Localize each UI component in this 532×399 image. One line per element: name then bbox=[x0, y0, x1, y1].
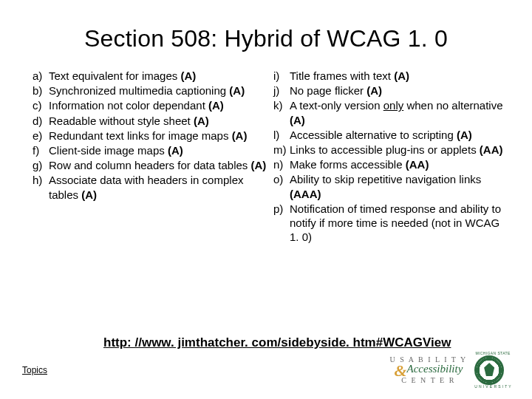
topics-link[interactable]: Topics bbox=[22, 365, 47, 375]
list-text: Notification of timed response and abili… bbox=[290, 202, 511, 245]
list-marker: n) bbox=[273, 157, 290, 171]
priority-level: (A) bbox=[180, 69, 196, 82]
slide-title: Section 508: Hybrid of WCAG 1. 0 bbox=[0, 0, 532, 57]
list-item: m)Links to accessible plug-ins or applet… bbox=[273, 143, 511, 157]
priority-level: (A) bbox=[457, 129, 472, 141]
list-text: Information not color dependant (A) bbox=[49, 98, 270, 112]
list-text: Links to accessible plug-ins or applets … bbox=[290, 143, 511, 157]
list-text: A text-only version only when no alterna… bbox=[290, 98, 511, 126]
list-marker: b) bbox=[33, 83, 49, 98]
list-marker: f) bbox=[33, 143, 49, 157]
list-text: Redundant text links for image maps (A) bbox=[49, 129, 270, 143]
list-text: Text equivalent for images (A) bbox=[49, 69, 270, 83]
priority-level: (A) bbox=[394, 69, 409, 82]
logo-accessibility: Accessibility bbox=[407, 363, 463, 375]
priority-level: (AA) bbox=[480, 143, 503, 156]
list-item: i)Title frames with text (A) bbox=[273, 69, 511, 83]
logo-row2: &Accessibility bbox=[390, 364, 468, 378]
priority-level: (A) bbox=[232, 129, 248, 142]
list-marker: c) bbox=[33, 98, 49, 112]
list-item: b)Synchronized multimedia captioning (A) bbox=[33, 83, 270, 98]
list-item: k)A text-only version only when no alter… bbox=[273, 98, 511, 126]
list-text: Row and column headers for data tables (… bbox=[49, 158, 270, 172]
list-marker: g) bbox=[33, 158, 49, 172]
list-marker: l) bbox=[273, 128, 290, 142]
list-marker: d) bbox=[33, 114, 49, 128]
list-marker: h) bbox=[33, 173, 49, 201]
priority-level: (A) bbox=[229, 84, 245, 97]
content-columns: a)Text equivalent for images (A)b)Synchr… bbox=[0, 57, 532, 245]
list-text: Associate data with headers in complex t… bbox=[49, 173, 270, 201]
priority-level: (A) bbox=[194, 115, 209, 127]
list-text: Ability to skip repetitive navigation li… bbox=[290, 172, 511, 200]
list-item: d)Readable without style sheet (A) bbox=[33, 114, 270, 128]
list-item: l)Accessible alternative to scripting (A… bbox=[273, 128, 511, 142]
list-item: j)No page flicker (A) bbox=[273, 83, 511, 98]
right-column: i)Title frames with text (A)j)No page fl… bbox=[273, 69, 511, 245]
priority-level: (A) bbox=[81, 188, 97, 201]
list-item: f)Client-side image maps (A) bbox=[33, 143, 270, 157]
msu-text-2: U N I V E R S I T Y bbox=[474, 385, 511, 389]
list-item: c)Information not color dependant (A) bbox=[33, 98, 270, 112]
underline-text: only bbox=[383, 99, 404, 112]
list-item: h)Associate data with headers in complex… bbox=[33, 173, 270, 201]
usability-accessibility-logo: U S A B I L I T Y &Accessibility C E N T… bbox=[390, 356, 468, 385]
list-text: Title frames with text (A) bbox=[290, 69, 511, 83]
list-marker: p) bbox=[273, 202, 290, 245]
reference-link[interactable]: http: //www. jimthatcher. com/sidebyside… bbox=[103, 335, 451, 350]
left-column: a)Text equivalent for images (A)b)Synchr… bbox=[33, 69, 270, 245]
msu-text-1: MICHIGAN STATE bbox=[474, 352, 511, 355]
list-marker: i) bbox=[273, 69, 290, 83]
list-text: No page flicker (A) bbox=[290, 83, 511, 98]
list-item: e)Redundant text links for image maps (A… bbox=[33, 129, 270, 143]
list-marker: m) bbox=[273, 143, 290, 157]
list-text: Readable without style sheet (A) bbox=[49, 114, 270, 128]
list-marker: o) bbox=[273, 172, 290, 200]
priority-level: (A) bbox=[290, 114, 305, 126]
priority-level: (AAA) bbox=[290, 188, 321, 200]
list-text: Make forms accessible (AA) bbox=[290, 157, 511, 171]
list-marker: a) bbox=[33, 69, 49, 83]
list-marker: j) bbox=[273, 83, 290, 98]
logo-center: C E N T E R bbox=[390, 377, 468, 384]
ampersand-icon: & bbox=[394, 364, 406, 378]
priority-level: (A) bbox=[168, 144, 183, 157]
list-text: Synchronized multimedia captioning (A) bbox=[49, 83, 270, 98]
priority-level: (A) bbox=[366, 84, 382, 97]
list-text: Accessible alternative to scripting (A) bbox=[290, 128, 511, 142]
priority-level: (A) bbox=[208, 99, 224, 112]
msu-seal-icon bbox=[474, 355, 504, 385]
priority-level: (AA) bbox=[406, 158, 429, 171]
list-marker: k) bbox=[273, 98, 290, 126]
msu-logo: MICHIGAN STATE U N I V E R S I T Y bbox=[474, 352, 511, 389]
list-item: n)Make forms accessible (AA) bbox=[273, 157, 511, 171]
list-item: p)Notification of timed response and abi… bbox=[273, 202, 511, 245]
list-marker: e) bbox=[33, 129, 49, 143]
list-item: o)Ability to skip repetitive navigation … bbox=[273, 172, 511, 200]
list-item: a)Text equivalent for images (A) bbox=[33, 69, 270, 83]
list-item: g)Row and column headers for data tables… bbox=[33, 158, 270, 172]
slide: Section 508: Hybrid of WCAG 1. 0 a)Text … bbox=[0, 0, 532, 399]
list-text: Client-side image maps (A) bbox=[49, 143, 270, 157]
priority-level: (A) bbox=[251, 159, 267, 171]
footer-logos: U S A B I L I T Y &Accessibility C E N T… bbox=[390, 352, 511, 389]
